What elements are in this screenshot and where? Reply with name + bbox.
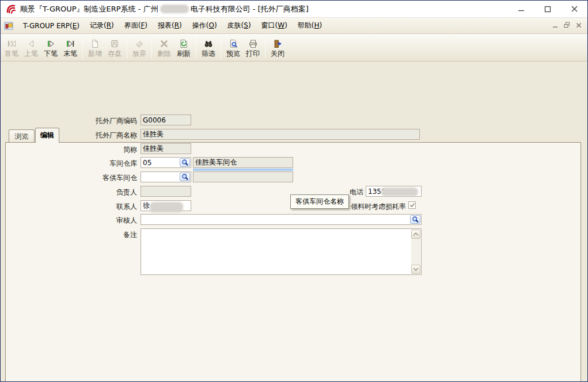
window-title: 顺景『T-GROUP』制造业ERP系统 - 广州 电子科技有限公司 - [托外厂…	[20, 4, 309, 14]
customer-workshop-warehouse-label: 客供车间仓	[1, 173, 137, 183]
window-title-prefix: 顺景『T-GROUP』制造业ERP系统 - 广州	[20, 4, 158, 14]
scroll-up-button[interactable]	[411, 230, 420, 239]
auditor-label: 审核人	[1, 216, 137, 226]
last-record-button[interactable]: 末笔	[60, 35, 80, 60]
phone-field[interactable]	[366, 186, 422, 197]
titlebar: 顺景『T-GROUP』制造业ERP系统 - 广州 电子科技有限公司 - [托外厂…	[1, 1, 587, 18]
manager-input	[141, 186, 191, 196]
tooltip-text: 客供车间仓名称	[295, 197, 344, 207]
remark-scrollbar[interactable]	[411, 230, 420, 274]
short-name-input	[141, 144, 191, 154]
menu-skin[interactable]: 皮肤(S)	[222, 18, 256, 33]
vendor-name-label: 托外厂商名称	[1, 131, 137, 140]
remark-textarea[interactable]	[141, 228, 422, 275]
next-record-button[interactable]: 下笔	[41, 35, 60, 60]
toolbar-separator	[221, 37, 221, 59]
first-record-icon	[6, 38, 17, 49]
customer-workshop-warehouse-name-input	[194, 172, 293, 182]
scroll-down-button[interactable]	[411, 265, 420, 274]
first-record-button[interactable]: 首笔	[2, 35, 21, 60]
app-logo-icon	[5, 3, 17, 15]
checkmark-icon	[409, 203, 415, 208]
preview-icon	[228, 38, 238, 49]
new-record-button[interactable]: 新增	[85, 35, 105, 60]
magnifier-icon	[181, 173, 189, 181]
menu-tgroup-erp[interactable]: T-GROUP ERP(E)	[18, 19, 85, 33]
new-record-icon	[90, 38, 100, 49]
short-name-label: 简称	[1, 145, 137, 155]
workshop-warehouse-label: 车间仓库	[1, 159, 137, 169]
previous-record-button[interactable]: 上笔	[21, 35, 41, 60]
workshop-warehouse-lookup-button[interactable]	[180, 158, 190, 167]
workshop-warehouse-name-input	[194, 158, 293, 167]
previous-record-icon	[26, 38, 36, 49]
remark-label: 备注	[1, 230, 137, 240]
next-record-icon	[45, 38, 56, 49]
contact-field[interactable]	[141, 200, 191, 211]
menubar: T-GROUP ERP(E) 记录(R) 界面(F) 报表(R) 操作(O) 皮…	[1, 18, 587, 34]
toolbar-separator	[151, 37, 152, 59]
vendor-code-field	[141, 114, 191, 125]
short-name-field	[141, 143, 191, 154]
redaction-blur	[160, 5, 189, 13]
toolbar: 首笔 上笔 下笔 末笔 新增 存盘	[1, 34, 587, 62]
minimize-button[interactable]	[508, 1, 534, 17]
vendor-name-input	[141, 129, 419, 139]
menu-operation[interactable]: 操作(O)	[187, 18, 222, 33]
toolbar-separator	[265, 37, 265, 59]
customer-workshop-warehouse-name-field	[193, 171, 293, 182]
maximize-button[interactable]	[534, 1, 561, 17]
redaction-blur	[381, 188, 418, 196]
contact-label: 联系人	[1, 202, 137, 212]
auditor-lookup-button[interactable]	[410, 215, 420, 224]
erp-window: 顺景『T-GROUP』制造业ERP系统 - 广州 电子科技有限公司 - [托外厂…	[0, 0, 588, 382]
close-button[interactable]	[561, 1, 587, 17]
filter-icon	[203, 38, 214, 49]
chevron-down-icon	[413, 268, 419, 271]
auditor-field[interactable]	[141, 214, 422, 225]
mdi-minimize-button[interactable]	[552, 22, 558, 30]
workshop-warehouse-name-field	[193, 157, 293, 168]
mdi-restore-button[interactable]	[564, 22, 570, 30]
last-record-icon	[65, 38, 75, 49]
refresh-icon	[179, 38, 189, 49]
close-form-button[interactable]: 关闭	[268, 35, 287, 60]
close-window-icon	[272, 38, 283, 49]
menu-report[interactable]: 报表(R)	[153, 18, 187, 33]
toolbar-separator	[196, 37, 196, 59]
discard-button[interactable]: 放弃	[130, 35, 149, 60]
menu-help[interactable]: 帮助(H)	[293, 18, 327, 33]
customer-workshop-warehouse-lookup-button[interactable]	[180, 173, 190, 181]
mdi-close-button[interactable]	[576, 22, 582, 30]
toolbar-separator	[127, 37, 127, 59]
loss-rate-checkbox[interactable]	[408, 201, 416, 209]
save-button[interactable]: 存盘	[105, 35, 124, 60]
menu-window[interactable]: 窗口(W)	[256, 18, 293, 33]
discard-icon	[134, 38, 145, 49]
manager-label: 负责人	[1, 188, 137, 197]
print-button[interactable]: 打印	[243, 35, 263, 60]
vendor-name-field	[141, 129, 420, 140]
auditor-input[interactable]	[141, 215, 421, 224]
focus-highlight-strip	[193, 169, 293, 171]
manager-field	[141, 186, 191, 197]
menu-record[interactable]: 记录(R)	[85, 18, 119, 33]
filter-button[interactable]: 筛选	[199, 35, 218, 60]
save-icon	[109, 38, 120, 49]
preview-button[interactable]: 预览	[223, 35, 243, 60]
print-icon	[248, 38, 258, 49]
chevron-up-icon	[413, 232, 419, 236]
window-title-suffix: 电子科技有限公司 - [托外厂商档案]	[191, 4, 309, 14]
toolbar-separator	[82, 37, 83, 59]
redaction-blur	[150, 202, 183, 212]
menu-interface[interactable]: 界面(F)	[119, 18, 153, 33]
tooltip: 客供车间仓名称	[290, 194, 349, 209]
refresh-button[interactable]: 刷新	[174, 35, 194, 60]
vendor-code-input	[141, 115, 191, 125]
delete-button[interactable]: 删除	[154, 35, 174, 60]
magnifier-icon	[411, 216, 419, 223]
delete-icon	[159, 38, 169, 49]
vendor-code-label: 托外厂商编码	[1, 116, 137, 126]
magnifier-icon	[181, 159, 189, 166]
mdi-child-icon	[4, 21, 13, 30]
